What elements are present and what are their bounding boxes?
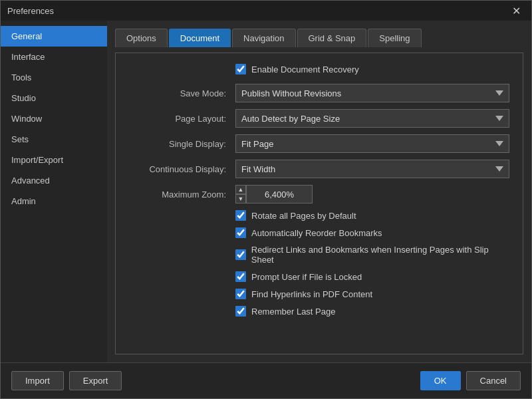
preferences-window: Preferences ✕ General Interface Tools St… xyxy=(0,0,532,399)
page-layout-select[interactable]: Auto Detect by Page Size Single Page Two… xyxy=(235,109,509,128)
checkboxes-section: Rotate all Pages by Default Automaticall… xyxy=(129,210,509,317)
single-display-select[interactable]: Fit Page Fit Width Actual Size xyxy=(235,134,509,153)
prompt-locked-row: Prompt User if File is Locked xyxy=(235,271,509,282)
footer-right: OK Cancel xyxy=(420,371,521,390)
sidebar-item-window[interactable]: Window xyxy=(1,108,107,129)
page-layout-label: Page Layout: xyxy=(129,114,235,124)
tab-document[interactable]: Document xyxy=(169,29,231,47)
footer-left: Import Export xyxy=(11,371,122,390)
maximum-zoom-label: Maximum Zoom: xyxy=(129,190,235,200)
reorder-bookmarks-row: Automatically Reorder Bookmarks xyxy=(235,227,509,238)
find-hyperlinks-row: Find Hyperlinks in PDF Content xyxy=(235,289,509,299)
tab-bar: Options Document Navigation Grid & Snap … xyxy=(115,29,523,47)
zoom-spinner: ▲ ▼ xyxy=(235,185,313,203)
rotate-pages-row: Rotate all Pages by Default xyxy=(235,210,509,221)
sidebar-item-advanced[interactable]: Advanced xyxy=(1,170,107,191)
save-mode-select[interactable]: Publish Without Revisions Save Revisions… xyxy=(235,84,509,102)
enable-recovery-checkbox[interactable] xyxy=(235,64,246,74)
enable-recovery-label[interactable]: Enable Document Recovery xyxy=(251,65,359,74)
prompt-locked-checkbox[interactable] xyxy=(235,271,246,282)
zoom-spin-buttons: ▲ ▼ xyxy=(235,185,246,203)
save-mode-row: Save Mode: Publish Without Revisions Sav… xyxy=(129,84,509,102)
close-button[interactable]: ✕ xyxy=(508,3,525,19)
remember-page-label[interactable]: Remember Last Page xyxy=(251,307,335,317)
sidebar: General Interface Tools Studio Window Se… xyxy=(1,21,107,362)
enable-recovery-row: Enable Document Recovery xyxy=(129,64,509,74)
ok-button[interactable]: OK xyxy=(420,371,461,390)
sidebar-item-studio[interactable]: Studio xyxy=(1,88,107,108)
import-button[interactable]: Import xyxy=(11,371,64,390)
main-panel: Options Document Navigation Grid & Snap … xyxy=(107,21,531,362)
save-mode-label: Save Mode: xyxy=(129,88,235,98)
sidebar-item-admin[interactable]: Admin xyxy=(1,191,107,211)
rotate-pages-checkbox[interactable] xyxy=(235,210,246,221)
find-hyperlinks-label[interactable]: Find Hyperlinks in PDF Content xyxy=(251,289,372,299)
single-display-label: Single Display: xyxy=(129,139,235,149)
remember-page-row: Remember Last Page xyxy=(235,306,509,317)
sidebar-item-import-export[interactable]: Import/Export xyxy=(1,150,107,170)
zoom-down-button[interactable]: ▼ xyxy=(235,194,246,203)
zoom-up-button[interactable]: ▲ xyxy=(235,185,246,194)
page-layout-row: Page Layout: Auto Detect by Page Size Si… xyxy=(129,109,509,128)
reorder-bookmarks-label[interactable]: Automatically Reorder Bookmarks xyxy=(251,228,382,238)
cancel-button[interactable]: Cancel xyxy=(466,371,521,390)
maximum-zoom-row: Maximum Zoom: ▲ ▼ xyxy=(129,185,509,203)
sidebar-item-general[interactable]: General xyxy=(1,26,107,47)
title-bar: Preferences ✕ xyxy=(1,1,531,21)
tab-spelling[interactable]: Spelling xyxy=(368,29,421,47)
tab-navigation[interactable]: Navigation xyxy=(232,29,295,47)
content-area: General Interface Tools Studio Window Se… xyxy=(1,21,531,362)
export-button[interactable]: Export xyxy=(69,371,122,390)
redirect-links-label[interactable]: Redirect Links and Bookmarks when Insert… xyxy=(251,245,509,265)
panel-body: Enable Document Recovery Save Mode: Publ… xyxy=(115,53,523,354)
tab-options[interactable]: Options xyxy=(115,29,168,47)
continuous-display-label: Continuous Display: xyxy=(129,164,235,174)
continuous-display-select[interactable]: Fit Width Fit Page Actual Size xyxy=(235,160,509,178)
reorder-bookmarks-checkbox[interactable] xyxy=(235,227,246,238)
zoom-input[interactable] xyxy=(246,185,313,203)
redirect-links-row: Redirect Links and Bookmarks when Insert… xyxy=(235,245,509,265)
continuous-display-row: Continuous Display: Fit Width Fit Page A… xyxy=(129,160,509,178)
single-display-row: Single Display: Fit Page Fit Width Actua… xyxy=(129,134,509,153)
tab-grid-snap[interactable]: Grid & Snap xyxy=(297,29,367,47)
find-hyperlinks-checkbox[interactable] xyxy=(235,289,246,299)
sidebar-item-sets[interactable]: Sets xyxy=(1,129,107,150)
sidebar-item-tools[interactable]: Tools xyxy=(1,67,107,88)
remember-page-checkbox[interactable] xyxy=(235,306,246,317)
sidebar-item-interface[interactable]: Interface xyxy=(1,47,107,67)
rotate-pages-label[interactable]: Rotate all Pages by Default xyxy=(251,211,356,221)
footer: Import Export OK Cancel xyxy=(1,362,531,398)
window-title: Preferences xyxy=(7,6,54,16)
redirect-links-checkbox[interactable] xyxy=(235,249,246,260)
prompt-locked-label[interactable]: Prompt User if File is Locked xyxy=(251,272,362,282)
